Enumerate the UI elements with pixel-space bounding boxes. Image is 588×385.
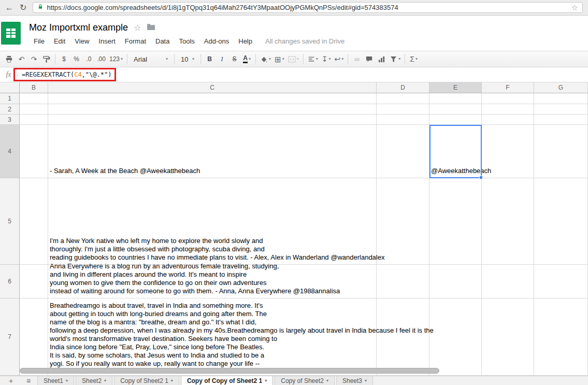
fill-handle[interactable] (479, 176, 483, 179)
fill-color-button[interactable]: ▾ (259, 53, 273, 65)
row-header-3[interactable]: 3 (0, 115, 20, 125)
menu-format[interactable]: Format (120, 36, 151, 47)
horizontal-align-button[interactable]: ▾ (306, 53, 320, 65)
cell[interactable] (534, 125, 588, 178)
text-color-button[interactable]: A▾ (241, 53, 253, 65)
doc-title[interactable]: Moz Importxml example (29, 22, 128, 33)
insert-chart-button[interactable] (376, 53, 388, 65)
filter-button[interactable]: ▾ (388, 53, 402, 65)
cell[interactable] (482, 115, 534, 125)
cell[interactable] (20, 265, 48, 298)
cell[interactable] (534, 298, 588, 376)
merge-cells-button[interactable]: ▾ (286, 53, 300, 65)
cell[interactable] (20, 115, 48, 125)
col-header-g[interactable]: G (534, 82, 588, 93)
move-to-folder-icon[interactable] (147, 23, 155, 32)
currency-format-button[interactable]: $ (58, 53, 70, 65)
text-wrap-button[interactable]: ↩▾ (333, 53, 345, 65)
row-header-7[interactable]: 7 (0, 298, 20, 376)
cell[interactable] (534, 178, 588, 265)
undo-button[interactable]: ↶ (16, 53, 27, 65)
cell[interactable] (534, 93, 588, 104)
cell-c4[interactable]: - Sarah, A Week at the Beach @Aweekatthe… (48, 125, 377, 178)
cell[interactable] (20, 93, 48, 104)
cell[interactable] (429, 115, 482, 125)
tab-menu-caret-icon[interactable]: ▾ (66, 379, 68, 383)
cell[interactable] (482, 178, 534, 265)
redo-button[interactable]: ↷ (28, 53, 40, 65)
paint-format-button[interactable] (40, 53, 52, 65)
tab-menu-caret-icon[interactable]: ▾ (171, 379, 173, 383)
menu-add-ons[interactable]: Add-ons (199, 36, 234, 47)
tab-copy-of-copy-of-sheet2-1[interactable]: Copy of Copy of Sheet2 1▾ (181, 376, 273, 385)
formula-input[interactable]: =REGEXEXTRACT(C4,"\@.*") (18, 71, 111, 78)
strikethrough-button[interactable]: S (228, 53, 240, 65)
cell[interactable] (482, 125, 534, 178)
vertical-align-button[interactable]: ↧▾ (320, 53, 333, 65)
menu-view[interactable]: View (70, 36, 94, 47)
tab-copy-of-sheet2[interactable]: Copy of Sheet2▾ (275, 376, 335, 385)
col-header-b[interactable]: B (20, 82, 48, 93)
all-sheets-button[interactable]: ≡ (20, 376, 37, 385)
cell[interactable] (429, 298, 482, 376)
row-header-6[interactable]: 6 (0, 265, 20, 298)
menu-file[interactable]: File (29, 36, 49, 47)
col-header-e[interactable]: E (429, 82, 482, 93)
bookmark-star-icon[interactable]: ☆ (571, 3, 578, 12)
back-button[interactable]: ← (5, 4, 13, 12)
cell[interactable] (429, 265, 482, 298)
insert-link-button[interactable]: ∞ (351, 53, 363, 65)
refresh-button[interactable]: ↻ (20, 4, 26, 12)
cell[interactable] (377, 178, 429, 265)
cell[interactable] (20, 298, 48, 376)
cell[interactable] (534, 115, 588, 125)
tab-menu-caret-icon[interactable]: ▾ (326, 379, 328, 383)
tab-sheet2[interactable]: Sheet2▾ (76, 376, 112, 385)
row-header-2[interactable]: 2 (0, 104, 20, 115)
cell[interactable] (20, 178, 48, 265)
tab-sheet1[interactable]: Sheet1▾ (37, 376, 74, 385)
cell[interactable] (20, 125, 48, 178)
cell[interactable] (48, 93, 377, 104)
cell-e4[interactable]: @Aweekatthebeach (429, 125, 482, 178)
italic-button[interactable]: I (216, 53, 228, 65)
cell[interactable] (429, 93, 482, 104)
tab-menu-caret-icon[interactable]: ▾ (265, 379, 267, 383)
increase-decimals-button[interactable]: .00 (95, 53, 107, 65)
url-bar[interactable]: https://docs.google.com/spreadsheets/d/1… (33, 2, 583, 13)
col-header-c[interactable]: C (48, 82, 377, 93)
menu-tools[interactable]: Tools (174, 36, 199, 47)
borders-button[interactable]: ⊞▾ (273, 53, 286, 65)
cell[interactable] (377, 115, 429, 125)
cell-c6[interactable]: Anna Everywhere is a blog run by an adve… (48, 265, 377, 298)
tab-menu-caret-icon[interactable]: ▾ (104, 379, 106, 383)
bold-button[interactable]: B (204, 53, 216, 65)
cell[interactable] (377, 298, 429, 376)
cell[interactable] (48, 115, 377, 125)
row-header-4[interactable]: 4 (0, 125, 20, 178)
menu-edit[interactable]: Edit (49, 36, 70, 47)
tab-copy-of-sheet2-1[interactable]: Copy of Sheet2 1▾ (114, 376, 179, 385)
horizontal-scrollbar[interactable] (20, 368, 439, 374)
cell[interactable] (377, 104, 429, 115)
number-format-button[interactable]: 123▾ (108, 53, 124, 65)
cell[interactable] (377, 265, 429, 298)
decrease-decimals-button[interactable]: .0 (83, 53, 95, 65)
print-button[interactable] (3, 53, 15, 65)
cell-c7[interactable]: Breathedreamgo is about travel, travel i… (48, 298, 377, 376)
cell[interactable] (20, 104, 48, 115)
cell[interactable] (377, 93, 429, 104)
cell-c5[interactable]: I'm a New York native who left my home t… (48, 178, 377, 265)
star-document-icon[interactable]: ☆ (134, 23, 141, 33)
sheets-logo[interactable] (1, 22, 21, 45)
cell[interactable] (429, 178, 482, 265)
cell[interactable] (482, 93, 534, 104)
row-header-1[interactable]: 1 (0, 93, 20, 104)
tab-sheet3[interactable]: Sheet3▾ (336, 376, 373, 385)
menu-help[interactable]: Help (234, 36, 257, 47)
cell[interactable] (534, 104, 588, 115)
add-sheet-button[interactable]: + (2, 376, 20, 385)
col-header-f[interactable]: F (482, 82, 534, 93)
row-header-5[interactable]: 5 (0, 178, 20, 265)
percent-format-button[interactable]: % (70, 53, 82, 65)
